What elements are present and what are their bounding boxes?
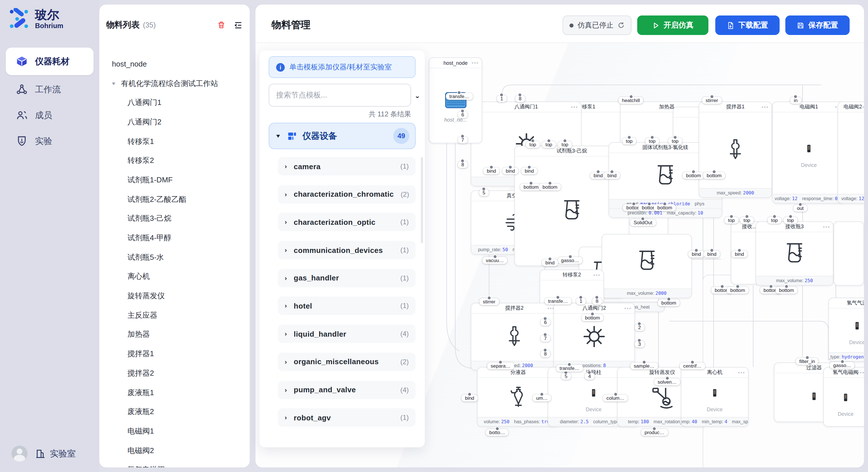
canvas-node-氢气气源[interactable]: 氢气气源•••Device_type: hydrogenmax_pre <box>828 298 864 362</box>
canvas-node-电磁阀2[interactable]: 电磁阀2•••voltage: 12 <box>838 102 864 204</box>
port-chip-4[interactable]: 4 <box>585 373 594 380</box>
template-item-hotel[interactable]: ›hotel(1) <box>278 297 415 315</box>
port-chip-6[interactable]: 6 <box>458 111 467 118</box>
port-chip-bind[interactable]: bind <box>688 250 704 258</box>
canvas-node-host_node[interactable]: host_node•••host_no... <box>429 57 482 143</box>
port-chip-centrif[interactable]: centrif… <box>680 363 705 369</box>
tree-item[interactable]: 试剂瓶5-水 <box>99 248 247 267</box>
tree-item[interactable]: 搅拌器1 <box>99 344 247 364</box>
template-item-gas_handler[interactable]: ›gas_handler(1) <box>278 269 415 287</box>
port-chip-separa[interactable]: separa… <box>487 363 514 369</box>
save-config-button[interactable]: 保存配置 <box>785 15 849 35</box>
port-chip-bottom[interactable]: bottom <box>654 204 676 211</box>
sidebar-item-workflow[interactable]: 工作流 <box>6 78 94 101</box>
template-item-organic_miscellaneous[interactable]: ›organic_miscellaneous(2) <box>278 353 415 371</box>
port-chip-colum[interactable]: colum… <box>603 395 628 401</box>
port-chip-out[interactable]: out <box>794 205 807 212</box>
tree-item[interactable]: 试剂瓶3-己烷 <box>99 209 247 228</box>
tree-group[interactable]: ▼有机化学流程综合测试工作站 <box>99 74 247 93</box>
user-row[interactable]: 实验室 <box>11 446 76 462</box>
more-icon[interactable]: ••• <box>857 370 864 375</box>
port-chip-bottom[interactable]: bottom <box>683 172 704 179</box>
more-icon[interactable]: ••• <box>571 104 578 110</box>
more-icon[interactable]: ••• <box>823 224 830 230</box>
port-chip-produc[interactable]: produc… <box>641 429 668 436</box>
chevron-down-icon[interactable]: ▼ <box>111 81 117 86</box>
port-chip-bottom[interactable]: bottom <box>703 172 725 179</box>
port-chip-sample[interactable]: sample… <box>630 363 658 369</box>
port-chip-1[interactable]: 1 <box>497 95 506 102</box>
port-chip-7[interactable]: 7 <box>540 335 550 342</box>
tree-item[interactable]: 搅拌器2 <box>99 364 247 383</box>
port-chip-bind[interactable]: bind <box>502 167 518 174</box>
port-chip-top[interactable]: top <box>740 217 754 224</box>
start-simulation-button[interactable]: 开启仿真 <box>637 15 708 35</box>
port-chip-bottom[interactable]: bottom <box>520 183 542 191</box>
collapse-list-icon[interactable] <box>234 20 243 30</box>
port-chip-top[interactable]: top <box>724 217 738 224</box>
template-item-camera[interactable]: ›camera(1) <box>278 157 415 175</box>
port-chip-in[interactable]: in <box>790 97 801 104</box>
port-chip-transfe[interactable]: transfe… <box>446 93 473 100</box>
template-item-characterization_optic[interactable]: ›characterization_optic(1) <box>278 213 415 231</box>
tree-item[interactable]: 旋转蒸发仪 <box>99 286 247 306</box>
port-chip-bottom[interactable]: bottom <box>539 183 561 191</box>
port-chip-8[interactable]: 8 <box>592 298 601 305</box>
port-chip-bottom[interactable]: bottom <box>727 287 749 294</box>
port-chip-bottom[interactable]: bottom <box>776 287 797 294</box>
tree-item[interactable]: 主反应器 <box>99 306 247 325</box>
port-chip-bind[interactable]: bind <box>521 167 537 174</box>
tree-item[interactable]: 转移泵1 <box>99 132 247 151</box>
avatar[interactable] <box>11 446 28 462</box>
port-chip-gasso[interactable]: gasso… <box>558 257 582 264</box>
download-config-button[interactable]: 下载配置 <box>715 15 780 35</box>
template-item-communication_devices[interactable]: ›communication_devices(1) <box>278 241 415 259</box>
tree-item[interactable]: 废液瓶2 <box>99 402 247 422</box>
canvas-node-搅拌器1[interactable]: 搅拌器1•••max_speed: 2000 <box>699 102 772 198</box>
port-chip-bind[interactable]: bind <box>484 167 499 174</box>
port-chip-top[interactable]: top <box>768 217 781 224</box>
scrollbar-thumb[interactable] <box>421 157 423 243</box>
port-chip-2[interactable]: 2 <box>634 324 644 331</box>
template-item-robot_agv[interactable]: ›robot_agv(1) <box>278 408 415 427</box>
tree-item[interactable]: 氢气电磁阀 <box>99 460 247 467</box>
port-chip-stirrer[interactable]: stirrer <box>702 97 721 104</box>
canvas-node-untitled[interactable] <box>834 222 864 285</box>
port-chip-stirrer[interactable]: stirrer <box>479 298 499 305</box>
port-chip-heatchill[interactable]: heatchill <box>619 97 643 104</box>
canvas-node-主反应器[interactable]: max_volume: 2000 <box>601 234 692 298</box>
port-chip-botto[interactable]: botto… <box>486 429 508 436</box>
tree-item[interactable]: 电磁阀1 <box>99 422 247 441</box>
tree-item[interactable]: 转移泵2 <box>99 151 247 170</box>
tree-item[interactable]: 八通阀门1 <box>99 93 247 112</box>
tree-item[interactable]: 加热器 <box>99 325 247 344</box>
port-chip-3[interactable]: 3 <box>634 341 644 347</box>
tree-item[interactable]: 试剂瓶2-乙酸乙酯 <box>99 190 247 209</box>
canvas-node-离心机[interactable]: 离心机•••Devicetemp: 40min_temp: 4max_spe <box>681 367 749 427</box>
port-chip-bind[interactable]: bind <box>542 259 558 266</box>
port-chip-top[interactable]: top <box>784 217 797 224</box>
port-chip-top[interactable]: top <box>526 141 539 148</box>
template-item-pump_and_valve[interactable]: ›pump_and_valve(4) <box>278 380 415 399</box>
chevron-collapse-icon[interactable]: ⌄ <box>414 92 420 100</box>
template-item-characterization_chromatic[interactable]: ›characterization_chromatic(2) <box>278 185 415 203</box>
canvas-node-接收瓶3[interactable]: 接收瓶3•••max_volume: 250 <box>755 222 834 285</box>
search-input[interactable]: 搜索节点模板... <box>269 84 411 107</box>
port-chip-top[interactable]: top <box>542 141 556 148</box>
port-chip-8[interactable]: 8 <box>515 95 525 102</box>
port-chip-um[interactable]: um… <box>533 395 551 401</box>
port-chip-bottom[interactable]: bottom <box>582 314 603 321</box>
tree-item[interactable]: host_node <box>99 55 247 74</box>
port-chip-bind[interactable]: bind <box>732 250 747 258</box>
port-chip-top[interactable]: top <box>558 141 572 148</box>
sidebar-item-experiments[interactable]: 实验 <box>6 130 94 153</box>
refresh-icon[interactable] <box>618 22 625 29</box>
port-chip-vacuu[interactable]: vacuu… <box>483 257 507 264</box>
port-chip-solven[interactable]: solven… <box>654 378 680 385</box>
canvas-node-氢气电磁阀[interactable]: 氢气电磁阀•••Device <box>823 367 864 427</box>
port-chip-5[interactable]: 5 <box>561 373 570 380</box>
port-chip-6[interactable]: 6 <box>540 319 550 326</box>
tree-item[interactable]: 废液瓶1 <box>99 383 247 402</box>
category-instrument-devices[interactable]: ▼ 仪器设备 49 <box>269 123 415 149</box>
tree-item[interactable]: 电磁阀2 <box>99 441 247 460</box>
